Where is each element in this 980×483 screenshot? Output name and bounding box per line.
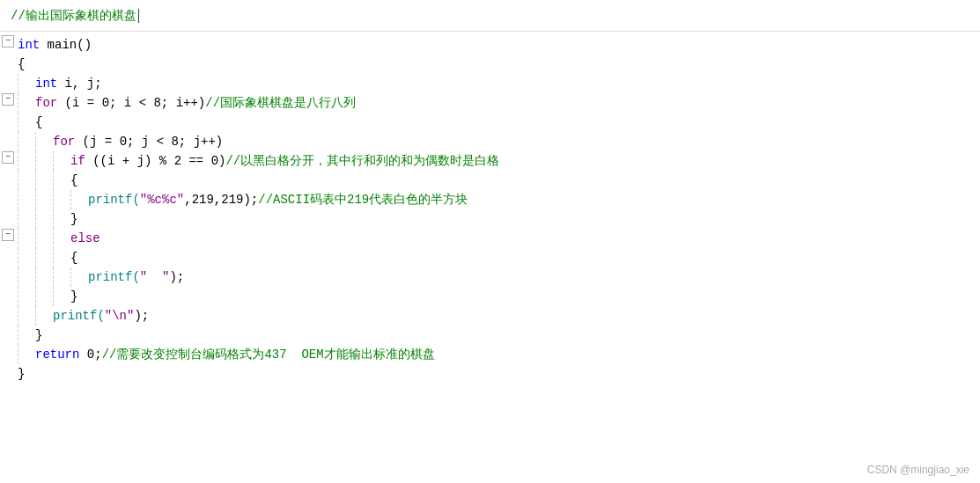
token: if	[70, 154, 85, 168]
indent-guide	[35, 190, 53, 209]
top-comment-bar: //输出国际象棋的棋盘	[0, 0, 980, 32]
line-tokens: printf("\n");	[53, 306, 149, 326]
code-line: {	[0, 248, 980, 267]
indent-guide	[53, 248, 70, 267]
token: return	[35, 348, 79, 362]
indent-guide	[53, 287, 70, 306]
indent-guide	[35, 151, 53, 171]
code-line: }	[0, 209, 980, 229]
fold-box[interactable]: −	[2, 93, 14, 106]
line-tokens: int i, j;	[35, 74, 102, 93]
token: int	[18, 38, 40, 52]
token: }	[70, 289, 77, 304]
token: int	[35, 77, 57, 91]
code-line: return 0;//需要改变控制台编码格式为437 OEM才能输出标准的棋盘	[0, 345, 980, 364]
line-tokens: int main()	[18, 35, 92, 55]
line-tokens: else	[70, 229, 100, 248]
indent-guide	[53, 229, 70, 248]
line-tokens: }	[18, 364, 25, 384]
token: ((i + j) % 2 == 0)	[85, 154, 226, 168]
token: {	[70, 173, 77, 187]
fold-box[interactable]: −	[2, 151, 14, 164]
token: );	[169, 270, 184, 284]
indent-guide	[35, 248, 53, 267]
indent-guide	[70, 190, 88, 209]
token: //ASCII码表中219代表白色的半方块	[258, 193, 468, 207]
token: else	[70, 231, 100, 245]
line-tokens: }	[70, 209, 77, 229]
token: {	[35, 115, 42, 129]
line-tokens: return 0;//需要改变控制台编码格式为437 OEM才能输出标准的棋盘	[35, 345, 435, 364]
token: i, j;	[57, 77, 101, 91]
token: //以黑白格分开，其中行和列的和为偶数时是白格	[225, 154, 499, 168]
line-tokens: {	[18, 55, 25, 74]
indent-guide	[35, 132, 53, 151]
indent-guide	[18, 190, 35, 209]
line-tokens: printf(" ");	[88, 267, 184, 287]
token: );	[134, 309, 149, 323]
code-line: {	[0, 55, 980, 74]
indent-guide	[18, 171, 35, 190]
token: "%c%c"	[140, 193, 184, 207]
code-line: for (j = 0; j < 8; j++)	[0, 132, 980, 151]
token: printf(	[88, 270, 140, 284]
fold-box[interactable]: −	[2, 229, 14, 241]
indent-guide	[53, 171, 70, 190]
token: }	[70, 212, 77, 226]
indent-guide	[18, 248, 35, 267]
code-line: }	[0, 326, 980, 345]
code-line: printf("%c%c",219,219);//ASCII码表中219代表白色…	[0, 190, 980, 209]
code-line: {	[0, 113, 980, 132]
indent-guide	[35, 171, 53, 190]
indent-guide	[35, 287, 53, 306]
token: ,219,219);	[184, 193, 258, 207]
token: for	[53, 135, 75, 149]
indent-guide	[53, 190, 70, 209]
code-line: printf("\n");	[0, 306, 980, 326]
top-comment-text: //输出国际象棋的棋盘	[11, 8, 136, 24]
indent-guide	[35, 229, 53, 248]
indent-guide	[18, 326, 35, 345]
code-line: {	[0, 171, 980, 190]
indent-guide	[35, 306, 53, 326]
line-tokens: }	[35, 326, 42, 345]
token: for	[35, 96, 57, 110]
token: "\n"	[105, 309, 135, 323]
indent-guide	[53, 151, 70, 171]
token: printf(	[53, 309, 105, 323]
indent-guide	[18, 306, 35, 326]
indent-guide	[18, 229, 35, 248]
fold-indicator[interactable]: −	[0, 151, 18, 164]
token: printf(	[88, 193, 140, 207]
line-tokens: {	[35, 113, 42, 132]
indent-guide	[53, 267, 70, 287]
token: (i = 0; i < 8; i++)	[57, 96, 205, 110]
fold-indicator[interactable]: −	[0, 35, 18, 48]
code-editor: //输出国际象棋的棋盘 −int main(){int i, j;−for (i…	[0, 0, 980, 483]
token: }	[35, 328, 42, 342]
code-line: −for (i = 0; i < 8; i++)//国际象棋棋盘是八行八列	[0, 93, 980, 113]
indent-guide	[18, 93, 35, 113]
code-line: −else	[0, 229, 980, 248]
indent-guide	[18, 287, 35, 306]
line-tokens: }	[70, 287, 77, 306]
code-line: −int main()	[0, 35, 980, 55]
indent-guide	[18, 113, 35, 132]
fold-box[interactable]: −	[2, 35, 14, 48]
token: {	[18, 57, 25, 71]
indent-guide	[18, 345, 35, 364]
token: main()	[40, 38, 92, 52]
token: }	[18, 367, 25, 381]
code-area: −int main(){int i, j;−for (i = 0; i < 8;…	[0, 32, 980, 387]
line-tokens: {	[70, 171, 77, 190]
code-line: −if ((i + j) % 2 == 0)//以黑白格分开，其中行和列的和为偶…	[0, 151, 980, 171]
line-tokens: for (j = 0; j < 8; j++)	[53, 132, 223, 151]
fold-indicator[interactable]: −	[0, 229, 18, 241]
code-line: }	[0, 364, 980, 384]
line-tokens: if ((i + j) % 2 == 0)//以黑白格分开，其中行和列的和为偶数…	[70, 151, 499, 171]
token: {	[70, 251, 77, 265]
token: (j = 0; j < 8; j++)	[75, 135, 223, 149]
code-line: printf(" ");	[0, 267, 980, 287]
code-line: }	[0, 287, 980, 306]
fold-indicator[interactable]: −	[0, 93, 18, 106]
